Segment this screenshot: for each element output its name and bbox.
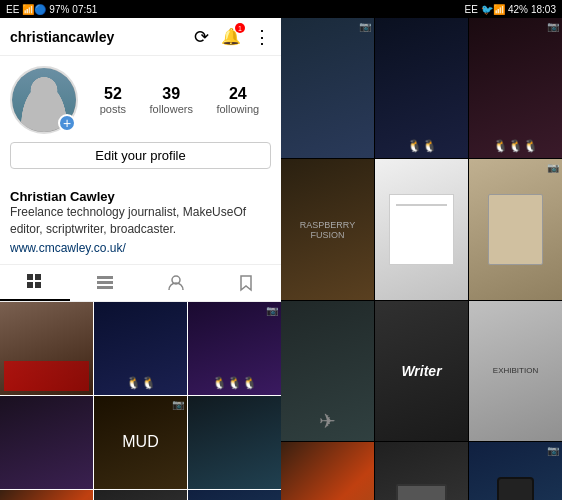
photo-cell-6[interactable]: [188, 396, 281, 489]
bookmark-icon: [237, 274, 255, 292]
left-status-bar: EE 📶🔵 97% 07:51: [0, 0, 281, 18]
stat-posts: 52 posts: [100, 85, 126, 115]
exhibit-text: EXHIBITION: [469, 301, 562, 441]
posts-label: posts: [100, 103, 126, 115]
photo-cell-r4[interactable]: RASPBERRYFUSION: [281, 159, 374, 299]
photo-cell-r6[interactable]: 📷: [469, 159, 562, 299]
photo-cell-r5[interactable]: [375, 159, 468, 299]
photo-cell-8[interactable]: [94, 490, 187, 500]
svg-rect-5: [97, 281, 113, 284]
photo-cell-r12[interactable]: 📷: [469, 442, 562, 500]
camera-icon-r3: 📷: [547, 21, 559, 32]
list-icon: [96, 274, 114, 292]
penguin-overlay: 🐧🐧: [126, 376, 156, 390]
left-battery: 97%: [49, 4, 69, 15]
svg-rect-6: [97, 286, 113, 289]
profile-section: + 52 posts 39 followers 24 following: [0, 56, 281, 187]
right-icons: 🐦📶: [481, 4, 505, 15]
profile-name: Christian Cawley: [10, 189, 271, 204]
photo-cell-r1[interactable]: 📷: [281, 18, 374, 158]
posts-count: 52: [104, 85, 122, 103]
photo-cell-r2[interactable]: 🐧🐧: [375, 18, 468, 158]
svg-rect-4: [97, 276, 113, 279]
right-battery: 42%: [508, 4, 528, 15]
screen-r6: [469, 159, 562, 299]
stats-row: 52 posts 39 followers 24 following: [88, 85, 271, 115]
writer-text: Writer: [375, 301, 468, 441]
following-label: following: [216, 103, 259, 115]
penguin-r2: 🐧🐧: [407, 139, 437, 153]
plane-visual: ✈: [281, 301, 374, 441]
add-story-button[interactable]: +: [58, 114, 76, 132]
stat-followers[interactable]: 39 followers: [150, 85, 193, 115]
photo-cell-r3[interactable]: 🐧🐧🐧 📷: [469, 18, 562, 158]
camera-icon-r1: 📷: [359, 21, 371, 32]
laptop-visual: [94, 490, 187, 500]
photo-cell-r10[interactable]: COMMODORE: [281, 442, 374, 500]
notification-badge-dot: 1: [235, 23, 245, 33]
avatar-wrap: +: [10, 66, 78, 134]
history-icon[interactable]: ⟳: [194, 26, 209, 48]
photo-cell-r7[interactable]: ✈: [281, 301, 374, 441]
notification-icon[interactable]: 🔔 1: [221, 27, 241, 46]
text-r4: RASPBERRYFUSION: [281, 159, 374, 299]
profile-username: christiancawley: [10, 29, 194, 45]
svg-rect-0: [27, 274, 33, 280]
photo-cell-r9[interactable]: EXHIBITION: [469, 301, 562, 441]
more-options-icon[interactable]: ⋮: [253, 26, 271, 48]
envelope-visual: [375, 159, 468, 299]
device-r: [469, 442, 562, 500]
photo-grid-right: 📷 🐧🐧 🐧🐧🐧 📷 RASPBERRYFUSION 📷: [281, 18, 562, 500]
tab-grid[interactable]: [0, 265, 70, 301]
device-visual: [188, 490, 281, 500]
laptop-r: [375, 442, 468, 500]
photo-cell-1[interactable]: [0, 302, 93, 395]
left-carrier: EE: [6, 4, 19, 15]
svg-rect-3: [35, 282, 41, 288]
profile-top: + 52 posts 39 followers 24 following: [10, 66, 271, 134]
photo-cell-9[interactable]: [188, 490, 281, 500]
photo-cell-2[interactable]: 🐧🐧: [94, 302, 187, 395]
profile-website[interactable]: www.cmcawley.co.uk/: [10, 241, 126, 255]
right-carrier: EE: [465, 4, 478, 15]
bio-section: Christian Cawley Freelance technology jo…: [0, 187, 281, 264]
tab-saved[interactable]: [211, 265, 281, 301]
edit-profile-button[interactable]: Edit your profile: [10, 142, 271, 169]
header-icons: ⟳ 🔔 1 ⋮: [194, 26, 271, 48]
following-count: 24: [229, 85, 247, 103]
instagram-feed-panel: 📷 🐧🐧 🐧🐧🐧 📷 RASPBERRYFUSION 📷: [281, 18, 562, 500]
tab-list[interactable]: [70, 265, 140, 301]
photo-cell-r8[interactable]: Writer: [375, 301, 468, 441]
photo-cell-3[interactable]: 🐧🐧🐧 📷: [188, 302, 281, 395]
profile-tab-bar: [0, 264, 281, 302]
left-icons: 📶🔵: [22, 4, 46, 15]
person-icon: [167, 274, 185, 292]
photo-cell-4[interactable]: [0, 396, 93, 489]
grid-icon: [26, 273, 44, 291]
svg-rect-1: [35, 274, 41, 280]
instagram-profile-panel: christiancawley ⟳ 🔔 1 ⋮ +: [0, 18, 281, 500]
camera-overlay-2: 📷: [172, 399, 184, 410]
stat-following[interactable]: 24 following: [216, 85, 259, 115]
followers-count: 39: [162, 85, 180, 103]
ig-header: christiancawley ⟳ 🔔 1 ⋮: [0, 18, 281, 56]
camera-overlay-1: 📷: [266, 305, 278, 316]
left-time: 07:51: [72, 4, 97, 15]
followers-label: followers: [150, 103, 193, 115]
photo-grid-left: 🐧🐧 🐧🐧🐧 📷 MUD 📷 COMMODORE: [0, 302, 281, 500]
penguin-r3: 🐧🐧🐧: [493, 139, 538, 153]
profile-bio: Freelance technology journalist, MakeUse…: [10, 204, 271, 238]
right-status-bar: EE 🐦📶 42% 18:03: [281, 0, 562, 18]
photo-cell-r11[interactable]: [375, 442, 468, 500]
tab-tagged[interactable]: [141, 265, 211, 301]
penguin-overlay-2: 🐧🐧🐧: [212, 376, 257, 390]
right-time: 18:03: [531, 4, 556, 15]
photo-cell-5[interactable]: MUD 📷: [94, 396, 187, 489]
svg-rect-2: [27, 282, 33, 288]
photo-cell-7[interactable]: COMMODORE: [0, 490, 93, 500]
